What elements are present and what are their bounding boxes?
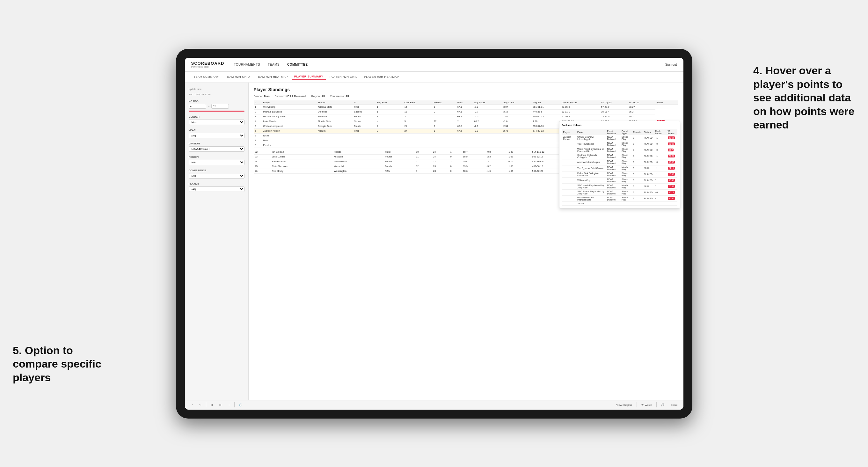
tooltip-row: Techni... (562, 201, 677, 205)
tt-col-div: Event Division (606, 129, 620, 135)
logo-title: SCOREBOARD (191, 61, 224, 66)
toolbar-copy[interactable]: ⊞ (209, 403, 215, 407)
table-row[interactable]: 1Wenyi DingArizona StateFirst115167.1-3.… (254, 104, 678, 110)
sub-nav-team-summary[interactable]: TEAM SUMMARY (191, 74, 221, 80)
nav-teams[interactable]: TEAMS (268, 62, 280, 68)
nav-links: TOURNAMENTS TEAMS COMMITTEE (234, 62, 663, 68)
tooltip-row: Southern Highlands CollegiateNCAA Divisi… (562, 153, 677, 159)
col-avg-to-par: Avg to-Par (502, 100, 531, 105)
sidebar-no-rds-min[interactable] (189, 104, 206, 109)
col-vs-top50: Vs Top 50 (628, 100, 655, 105)
toolbar-undo[interactable]: ↩ (189, 403, 195, 407)
tooltip-player-name: Jackson Kolson (562, 124, 582, 127)
sign-out-text: | Sign out (663, 63, 677, 66)
col-player: Player (262, 100, 316, 105)
toolbar-redo[interactable]: ↪ (197, 403, 204, 407)
sub-nav-player-summary[interactable]: PLAYER SUMMARY (292, 74, 326, 80)
col-adj-score: Adj. Score (473, 100, 502, 105)
standings-title: Player Standings (254, 87, 678, 92)
bottom-toolbar: ↩ ↪ ⊞ ⊟ ··· 🕐 View: Original 👁 Watch 💬 S… (185, 400, 683, 410)
sidebar-year-label: Year (189, 129, 245, 132)
sidebar-gender-select[interactable]: Men (189, 120, 245, 125)
logo-area: SCOREBOARD Powered by clippi (191, 61, 224, 68)
filter-conference: Conference: All (330, 95, 349, 98)
sidebar-conference-label: Conference (189, 169, 245, 172)
sidebar-player-select[interactable]: (All) (189, 186, 245, 192)
sub-nav-player-h2h-heatmap[interactable]: PLAYER H2H HEATMAP (362, 74, 402, 80)
tooltip-row: The Cypress Point ClassicNCAA Division I… (562, 165, 677, 171)
toolbar-view-original[interactable]: View: Original (615, 403, 634, 407)
nav-committee[interactable]: COMMITTEE (287, 62, 308, 68)
tt-col-type: Event Type (620, 129, 632, 135)
sub-nav-team-h2h-heatmap[interactable]: TEAM H2H HEATMAP (254, 74, 290, 80)
toolbar-paste[interactable]: ⊟ (217, 403, 223, 407)
toolbar-share[interactable]: Share (669, 403, 679, 407)
col-vs-top25: Vs Top 25 (600, 100, 628, 105)
col-reg-rank: Reg Rank (375, 100, 403, 105)
sidebar-update-label: Update time: (189, 88, 245, 91)
sidebar-player-section: Player (All) (189, 182, 245, 192)
col-rank: # (254, 100, 262, 105)
col-no-rds: No Rds. (433, 100, 456, 105)
sign-out-area[interactable]: | Sign out (663, 63, 677, 66)
col-yr: Yr (353, 100, 376, 105)
table-row[interactable]: 2Michael La SassoOle MissSecond118067.1-… (254, 110, 678, 114)
tooltip-row: Amer An IntercollegiateNCAA Division ISt… (562, 159, 677, 165)
toolbar-dots[interactable]: ··· (226, 403, 232, 407)
sidebar-year-select[interactable]: (All) (189, 133, 245, 138)
sidebar-no-rds-max[interactable] (211, 104, 229, 109)
top-nav: SCOREBOARD Powered by clippi TOURNAMENTS… (185, 58, 683, 72)
annotation-left-text: 5. Option to compare specific players (13, 344, 101, 383)
sidebar-region-select[interactable]: N/A (189, 160, 245, 165)
tt-col-rank: Rank Impact (654, 129, 666, 135)
filter-row: Gender: Men Division: NCAA Division I Re… (254, 95, 678, 98)
sub-nav-player-h2h-grid[interactable]: PLAYER H2H GRID (327, 74, 360, 80)
main-content: Update time: 27/01/2024 16:56:26 No Rds.… (185, 83, 683, 400)
table-row[interactable]: 3Michael ThorbjornsenStanfordFourth12006… (254, 114, 678, 119)
sidebar-year-section: Year (All) (189, 129, 245, 138)
toolbar-comment[interactable]: 💬 (659, 403, 666, 407)
sidebar-no-rds-section: No Rds. – (189, 100, 245, 112)
sub-nav: TEAM SUMMARY TEAM H2H GRID TEAM H2H HEAT… (185, 72, 683, 83)
tooltip-table: Player Event Event Division Event Type R… (562, 129, 677, 206)
toolbar-watch[interactable]: 👁 Watch (640, 403, 654, 407)
tooltip-header-row: Player Event Event Division Event Type R… (562, 129, 677, 135)
sidebar-division-label: Division (189, 142, 245, 145)
toolbar-clock[interactable]: 🕐 (237, 403, 244, 407)
tooltip-row: SEC Stroke Play hosted by Jerry PateNCAA… (562, 189, 677, 195)
col-points: Points (655, 100, 678, 105)
nav-tournaments[interactable]: TOURNAMENTS (234, 62, 260, 68)
col-wins: Wins (456, 100, 473, 105)
tt-col-status: Status (643, 129, 654, 135)
tt-col-event: Event (576, 129, 606, 135)
sidebar-update-section: Update time: 27/01/2024 16:56:26 (189, 88, 245, 96)
sidebar-conference-section: Conference (All) (189, 169, 245, 179)
logo-subtitle: Powered by clippi (191, 66, 224, 68)
tooltip-row: Jackson KolsonUNCW Seahawk Intercollegia… (562, 135, 677, 141)
sidebar-no-rds-label: No Rds. (189, 100, 245, 103)
annotation-right-text: 4. Hover over a player's points to see a… (753, 64, 854, 131)
sidebar-region-label: Region (189, 156, 245, 158)
annotation-right: 4. Hover over a player's points to see a… (753, 64, 855, 132)
sidebar-update-time: 27/01/2024 16:56:26 (189, 93, 245, 96)
tooltip-popup: Jackson Kolson Player Event Event Divisi… (559, 121, 680, 209)
toolbar-sep2 (234, 402, 235, 407)
table-header-row: # Player School Yr Reg Rank Conf Rank No… (254, 100, 678, 105)
tooltip-row: Tiger InvitationalNCAA Division IStroke … (562, 141, 677, 147)
sidebar-no-rds-sep: – (208, 105, 210, 108)
sidebar-division-section: Division NCAA Division I (189, 142, 245, 152)
annotation-left: 5. Option to compare specific players (13, 344, 102, 384)
tooltip-row: Williams CupNCAA Division IStroke Play3P… (562, 177, 677, 183)
col-overall-record: Overall Record (560, 100, 600, 105)
sidebar-slider-track[interactable] (189, 111, 245, 112)
tablet-screen: SCOREBOARD Powered by clippi TOURNAMENTS… (185, 58, 683, 410)
sub-nav-team-h2h-grid[interactable]: TEAM H2H GRID (223, 74, 252, 80)
sidebar-player-label: Player (189, 182, 245, 185)
tooltip-row: Mirabel Maui Jim IntercollegiateNCAA Div… (562, 195, 677, 201)
sidebar-division-select[interactable]: NCAA Division I (189, 146, 245, 152)
toolbar-sep3 (637, 402, 637, 407)
col-conf-rank: Conf Rank (403, 100, 433, 105)
sidebar-conference-select[interactable]: (All) (189, 173, 245, 179)
tooltip-row: Fallen Oak Collegiate InvitationalNCAA D… (562, 171, 677, 177)
sidebar-gender-section: Gender Men (189, 115, 245, 125)
